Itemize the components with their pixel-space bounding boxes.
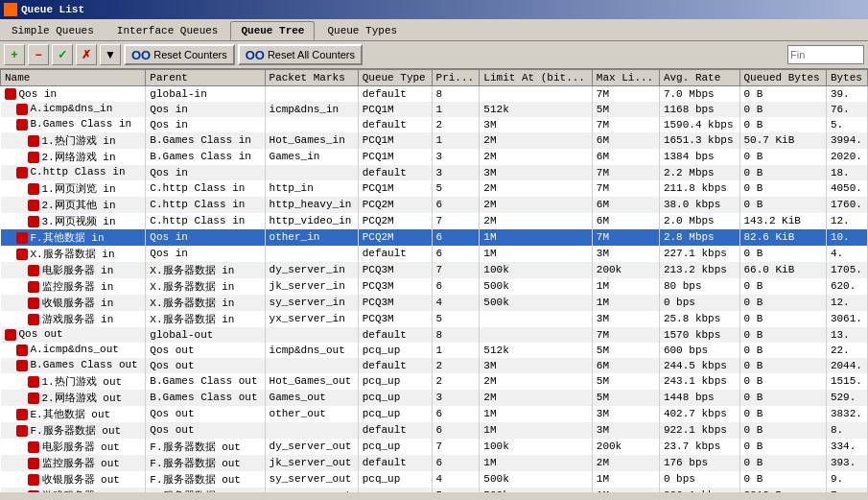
table-row[interactable]: F.服务器数据 outQos outdefault61M3M922.1 kbps… (1, 422, 868, 439)
col-pri[interactable]: Pri... (432, 70, 480, 86)
cross-button[interactable]: ✗ (76, 44, 97, 65)
cell-pri: 5 (432, 488, 480, 493)
cell-avg_rate: 244.5 kbps (659, 358, 739, 373)
table-row[interactable]: A.icmp&dns_inQos inicmp&dns_inPCQ1M1512k… (1, 102, 868, 117)
table-row[interactable]: 1.网页浏览 inC.http Class inhttp_inPCQ1M52M7… (1, 180, 868, 197)
cell-limit_at (480, 311, 592, 327)
cell-queue_type: default (358, 86, 432, 102)
cell-name: 电影服务器 in (1, 262, 146, 278)
col-limit-at[interactable]: Limit At (bit... (480, 70, 592, 86)
table-row[interactable]: 监控服务器 inX.服务器数据 injk_server_inPCQ3M6500k… (1, 278, 868, 295)
menu-bar: Simple Queues Interface Queues Queue Tre… (0, 19, 868, 41)
cell-avg_rate: 600 bps (659, 343, 739, 358)
col-max-li[interactable]: Max Li... (592, 70, 659, 86)
queue-icon (5, 329, 16, 341)
tab-queue-tree[interactable]: Queue Tree (230, 21, 315, 40)
cell-limit_at: 2M (480, 373, 592, 390)
col-queue-type[interactable]: Queue Type (358, 70, 432, 86)
cell-queue_type: default (358, 422, 432, 439)
reset-all-counters-button[interactable]: OO Reset All Counters (238, 44, 363, 65)
table-row[interactable]: C.http Class inQos indefault33M7M2.2 Mbp… (1, 165, 868, 180)
queue-icon (16, 345, 28, 356)
table-row[interactable]: 游戏服务器 outF.服务器数据 outyx_server_outpcq_up5… (1, 488, 868, 493)
cell-queue_type: default (358, 327, 432, 343)
check-button[interactable]: ✓ (52, 44, 73, 65)
cell-avg_rate: 7.0 Mbps (659, 86, 739, 102)
table-row[interactable]: 2.网络游戏 inB.Games Class inGames_inPCQ1M32… (1, 149, 868, 165)
table-row[interactable]: 收银服务器 outF.服务器数据 outsy_server_outpcq_up4… (1, 471, 868, 488)
table-row[interactable]: F.其他数据 inQos inother_inPCQ2M61M7M2.8 Mbp… (1, 229, 868, 246)
col-packet-marks[interactable]: Packet Marks (265, 70, 358, 86)
table-row[interactable]: B.Games Class outQos outdefault23M6M244.… (1, 358, 868, 373)
cell-bytes: 1705. (826, 262, 867, 278)
table-row[interactable]: X.服务器数据 inQos indefault61M3M227.1 kbps0 … (1, 246, 868, 262)
cell-parent: F.服务器数据 out (146, 439, 265, 455)
queue-icon (16, 425, 28, 437)
cell-packet_marks: yx_server_out (265, 488, 358, 493)
table-row[interactable]: 收银服务器 inX.服务器数据 insy_server_inPCQ3M4500k… (1, 295, 868, 311)
cell-bytes: 1760. (826, 197, 867, 213)
cell-pri: 6 (432, 278, 480, 295)
cell-packet_marks: Games_out (265, 390, 358, 406)
table-row[interactable]: Qos inglobal-indefault87M7.0 Mbps0 B39. (1, 86, 868, 102)
cell-bytes: 334. (826, 439, 867, 455)
cell-limit_at: 512k (480, 343, 592, 358)
col-avg-rate[interactable]: Avg. Rate (659, 70, 739, 86)
table-row[interactable]: 电影服务器 outF.服务器数据 outdy_server_outpcq_up7… (1, 439, 868, 455)
search-input[interactable] (787, 45, 864, 64)
cell-limit_at: 500k (480, 278, 592, 295)
cell-queue_type: PCQ3M (358, 295, 432, 311)
cell-parent: X.服务器数据 in (146, 278, 265, 295)
table-row[interactable]: E.其他数据 outQos outother_outpcq_up61M3M402… (1, 406, 868, 422)
tab-simple-queues[interactable]: Simple Queues (1, 21, 105, 40)
cell-max_li: 7M (592, 86, 659, 102)
cell-queue_type: pcq_up (358, 343, 432, 358)
table-row[interactable]: 1.热门游戏 outB.Games Class outHot_Games_out… (1, 373, 868, 390)
table-row[interactable]: A.icmp&dns_outQos outicmp&dns_outpcq_up1… (1, 343, 868, 358)
table-row[interactable]: 3.网页视频 inC.http Class inhttp_video_inPCQ… (1, 213, 868, 229)
cell-packet_marks: Hot_Games_out (265, 373, 358, 390)
tab-queue-types[interactable]: Queue Types (317, 21, 408, 40)
cell-name: F.其他数据 in (1, 229, 146, 246)
col-name[interactable]: Name (1, 70, 146, 86)
filter-button[interactable]: ▼ (100, 44, 121, 65)
table-row[interactable]: 监控服务器 outF.服务器数据 outjk_server_outdefault… (1, 455, 868, 471)
queue-icon (28, 200, 39, 211)
cell-max_li: 1M (592, 471, 659, 488)
cell-avg_rate: 1384 bps (659, 149, 739, 165)
cell-limit_at: 1M (480, 229, 592, 246)
cell-pri: 7 (432, 439, 480, 455)
remove-button[interactable]: − (28, 44, 49, 65)
cell-packet_marks (265, 117, 358, 132)
cell-packet_marks: icmp&dns_out (265, 343, 358, 358)
cell-queued_bytes: 0 B (739, 278, 826, 295)
cell-limit_at: 2M (480, 213, 592, 229)
table-row[interactable]: 游戏服务器 inX.服务器数据 inyx_server_inPCQ3M53M25… (1, 311, 868, 327)
col-parent[interactable]: Parent (146, 70, 265, 86)
add-button[interactable]: + (4, 44, 25, 65)
cell-name: 收银服务器 in (1, 295, 146, 311)
cell-limit_at: 2M (480, 390, 592, 406)
table-row[interactable]: 2.网络游戏 outB.Games Class outGames_outpcq_… (1, 390, 868, 406)
cell-packet_marks: Games_in (265, 149, 358, 165)
cell-avg_rate: 0 bps (659, 471, 739, 488)
queue-icon (28, 314, 39, 325)
cell-queued_bytes: 0 B (739, 422, 826, 439)
reset-counters-button[interactable]: OO Reset Counters (124, 44, 235, 65)
cell-bytes: 1515. (826, 373, 867, 390)
table-row[interactable]: Qos outglobal-outdefault87M1570 kbps0 B1… (1, 327, 868, 343)
cell-pri: 8 (432, 86, 480, 102)
cell-packet_marks: http_video_in (265, 213, 358, 229)
table-row[interactable]: 2.网页其他 inC.http Class inhttp_heavy_inPCQ… (1, 197, 868, 213)
cell-packet_marks: http_in (265, 180, 358, 197)
queue-icon (16, 104, 28, 115)
cell-name: 2.网络游戏 in (1, 149, 146, 165)
cell-avg_rate: 227.1 kbps (659, 246, 739, 262)
table-row[interactable]: 1.热门游戏 inB.Games Class inHot_Games_inPCQ… (1, 132, 868, 149)
col-bytes[interactable]: Bytes (826, 70, 867, 86)
table-row[interactable]: B.Games Class inQos indefault23M7M1590.4… (1, 117, 868, 132)
table-row[interactable]: 电影服务器 inX.服务器数据 indy_server_inPCQ3M7100k… (1, 262, 868, 278)
cell-max_li: 6M (592, 197, 659, 213)
col-queued-bytes[interactable]: Queued Bytes (739, 70, 826, 86)
tab-interface-queues[interactable]: Interface Queues (106, 21, 229, 40)
